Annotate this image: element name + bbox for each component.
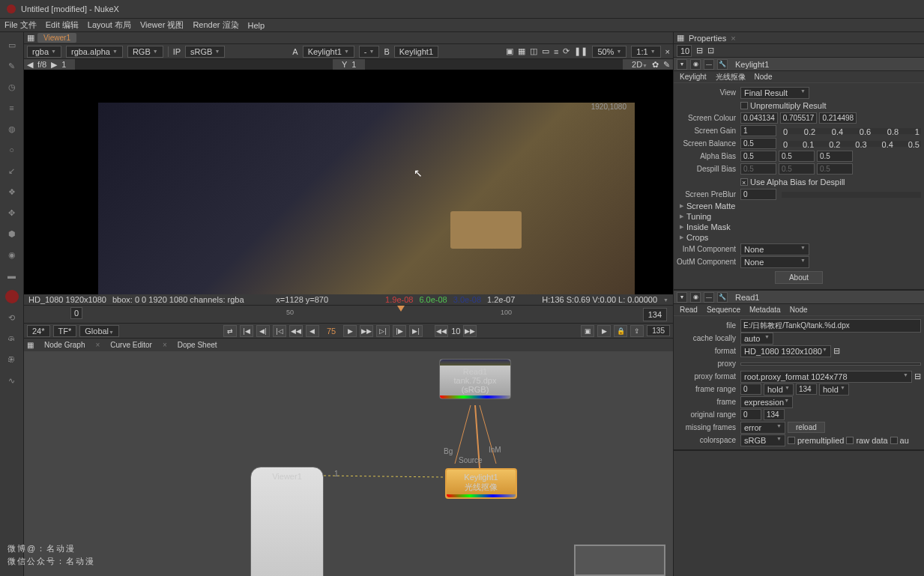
proxyformat-select[interactable]: root.proxy_format 1024x778▼ <box>740 371 912 383</box>
skip-value[interactable]: 10 <box>451 327 460 336</box>
skip-back-icon[interactable]: ◀◀ <box>435 325 448 337</box>
db1[interactable]: 0.5 <box>740 163 776 175</box>
playhead-icon[interactable] <box>397 306 405 312</box>
roi-icon[interactable]: ▣ <box>506 46 513 56</box>
read-node-name[interactable]: Read1 <box>735 293 759 302</box>
preblur-slider[interactable] <box>782 192 921 198</box>
pane-handle-icon[interactable]: ▦ <box>27 341 34 349</box>
exp-tuning[interactable]: ▶Tuning <box>677 211 921 222</box>
sc-g[interactable]: 0.705517 <box>780 112 818 124</box>
balance-slider[interactable]: 00.10.20.30.40.5 <box>782 141 921 147</box>
menu-file[interactable]: File 文件 <box>4 19 37 31</box>
stripe-icon[interactable]: ◫ <box>530 46 537 56</box>
menu-layout[interactable]: Layout 布局 <box>88 19 131 31</box>
lines-icon[interactable]: ≡ <box>554 47 558 56</box>
subtab-read[interactable]: Read <box>680 306 698 314</box>
zoom-select[interactable]: 50%▼ <box>592 46 626 58</box>
loop-icon[interactable]: ⇄ <box>223 325 237 337</box>
rgb-select[interactable]: RGB▼ <box>127 46 163 58</box>
exp-screenmatte[interactable]: ▶Screen Matte <box>677 201 921 211</box>
disable-icon[interactable]: — <box>704 292 714 303</box>
pause-icon[interactable]: ❚❚ <box>574 46 588 56</box>
useab-checkbox[interactable] <box>740 178 748 186</box>
out-icon[interactable]: ▶ <box>597 325 611 337</box>
fr-after[interactable]: hold▼ <box>819 384 849 395</box>
close-icon[interactable]: × <box>665 47 670 56</box>
brush-icon[interactable]: ✎ <box>5 59 19 73</box>
viewer-tab[interactable]: Viewer1 <box>37 33 76 43</box>
tool-icon[interactable]: ▭ <box>5 38 19 52</box>
timeline[interactable]: 0 50 100 134 134 <box>24 305 673 323</box>
lock-icon[interactable]: 🔒 <box>614 325 627 337</box>
step-fwd-icon[interactable]: ▶▶ <box>360 325 373 337</box>
curve-icon[interactable]: ∿ <box>5 374 19 387</box>
current-frame[interactable]: 75 <box>322 327 340 336</box>
premult-checkbox[interactable] <box>788 437 795 444</box>
cache-select[interactable]: auto▼ <box>740 333 773 345</box>
wrench-icon[interactable]: 🔧 <box>717 292 728 303</box>
sc-b[interactable]: 0.214498 <box>819 112 857 124</box>
spiral-icon[interactable]: ֍ <box>5 353 19 366</box>
unpremult-checkbox[interactable] <box>740 102 748 109</box>
preblur-input[interactable]: 0 <box>740 189 776 200</box>
prev-frame-icon[interactable]: |◁ <box>273 325 286 337</box>
minimap[interactable] <box>574 545 665 576</box>
about-button[interactable]: About <box>775 271 823 284</box>
arrow-icon[interactable]: ↙ <box>5 164 19 178</box>
center-icon[interactable]: ◉ <box>690 292 701 303</box>
proxy-icon[interactable]: ▦ <box>518 46 525 56</box>
keylight-node-name[interactable]: Keylight1 <box>735 60 769 69</box>
prev-key-icon[interactable]: ◀| <box>256 325 270 337</box>
exposure-ruler[interactable] <box>75 59 333 70</box>
fr-end[interactable]: 134 <box>796 384 817 395</box>
frame-select[interactable]: expression▼ <box>740 396 793 408</box>
colorspace-select[interactable]: sRGB▼ <box>185 46 225 58</box>
circle-icon[interactable]: ○ <box>5 143 19 157</box>
frame-end[interactable]: 134 <box>643 308 667 321</box>
in-icon[interactable]: ▣ <box>581 325 594 337</box>
viewer-canvas[interactable]: 1920,1080 ↖ <box>24 70 673 294</box>
properties-tab[interactable]: Properties <box>689 34 726 43</box>
subtab-node2[interactable]: Node <box>790 306 808 314</box>
fr-before[interactable]: hold▼ <box>764 384 794 395</box>
colorspace-select[interactable]: sRGB▼ <box>740 434 785 446</box>
file-input[interactable]: E:/日韩教程/TankQ/tank.%d.dpx <box>740 319 921 333</box>
format-select[interactable]: HD_1080 1920x1080▼ <box>740 345 831 357</box>
pane-handle-icon[interactable]: ▦ <box>27 33 34 43</box>
overlay-icon[interactable]: ▭ <box>542 46 549 56</box>
end-frame[interactable]: 135 <box>647 325 670 336</box>
wrench-icon[interactable]: 🔧 <box>717 59 728 70</box>
node-read[interactable]: Read1 tank.75.dpx (sRGB) <box>439 359 511 399</box>
refresh-icon[interactable]: ⟳ <box>563 46 570 56</box>
scope-select[interactable]: Global▼ <box>79 325 119 337</box>
ab3[interactable]: 0.5 <box>817 151 853 162</box>
ab1[interactable]: 0.5 <box>740 151 776 162</box>
format-reset-icon[interactable]: ⊟ <box>833 346 840 356</box>
tf-select[interactable]: TF* <box>53 325 77 337</box>
ratio-select[interactable]: 1:1▼ <box>631 46 660 58</box>
clear-icon[interactable]: ⊟ <box>696 46 703 55</box>
swirl-icon[interactable]: ෧ <box>5 332 19 345</box>
step-back-icon[interactable]: ◀◀ <box>289 325 303 337</box>
reload-button[interactable]: reload <box>788 422 825 433</box>
record-icon[interactable] <box>5 290 19 303</box>
collapse-icon[interactable]: ▾ <box>677 59 687 70</box>
layers-icon[interactable]: ❖ <box>5 185 19 198</box>
edit-icon[interactable]: ✎ <box>663 60 670 70</box>
view-mode-select[interactable]: 2D▼ <box>632 60 647 69</box>
disable-icon[interactable]: — <box>704 59 714 70</box>
frame-start[interactable]: 0 <box>70 309 82 318</box>
proxy-input[interactable] <box>740 363 921 366</box>
pf-reset-icon[interactable]: ⊟ <box>914 372 921 381</box>
list-icon[interactable]: ≡ <box>5 101 19 115</box>
menu-help[interactable]: Help <box>248 21 265 30</box>
lock-icon[interactable]: ✿ <box>652 60 659 70</box>
link-icon[interactable]: ⟲ <box>5 311 19 324</box>
exp-crops[interactable]: ▶Crops <box>677 232 921 243</box>
missing-select[interactable]: error▼ <box>740 422 785 434</box>
panel-count[interactable]: 10 <box>677 45 692 57</box>
subtab-cn[interactable]: 光线抠像 <box>716 72 746 82</box>
play-back-icon[interactable]: ◀ <box>306 325 319 337</box>
or-start[interactable]: 0 <box>740 409 761 420</box>
first-frame-icon[interactable]: |◀ <box>240 325 253 337</box>
